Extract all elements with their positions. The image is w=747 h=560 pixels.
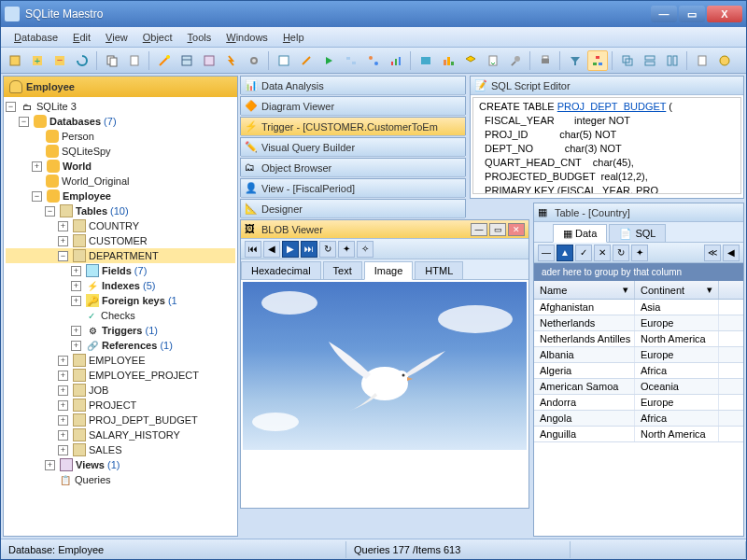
tree-db-worldorig[interactable]: World_Original <box>6 174 235 189</box>
sql-header[interactable]: 📝SQL Script Editor <box>471 77 743 95</box>
tnav-star[interactable]: ✦ <box>631 245 648 261</box>
tb-hierarchy[interactable] <box>587 50 608 71</box>
sql-content[interactable]: CREATE TABLE PROJ_DEPT_BUDGET ( FISCAL_Y… <box>472 97 741 194</box>
tb-edit[interactable] <box>296 50 317 71</box>
panel-designer[interactable]: 📐Designer <box>240 199 466 217</box>
tab-data[interactable]: ▦ Data <box>553 224 607 243</box>
tree-tbl-pdb[interactable]: +PROJ_DEPT_BUDGET <box>6 413 235 427</box>
table-row[interactable]: NetherlandsEurope <box>534 315 743 331</box>
blob-max[interactable]: ▭ <box>489 223 506 236</box>
tree-tbl-department[interactable]: −DEPARTMENT <box>6 248 235 263</box>
table-row[interactable]: AlbaniaEurope <box>534 347 743 363</box>
menu-windows[interactable]: Windows <box>220 30 274 45</box>
tb-settings[interactable] <box>692 50 712 71</box>
tree-tbl-sales[interactable]: +SALES <box>6 442 235 457</box>
titlebar[interactable]: SQLite Maestro — ▭ X <box>1 1 746 27</box>
nav-first[interactable]: ⏮ <box>245 241 261 258</box>
tb-tools[interactable] <box>505 50 526 71</box>
tree-fields[interactable]: +Fields (7) <box>6 263 235 278</box>
tb-cube[interactable] <box>460 50 481 71</box>
tnav-cancel[interactable]: ✕ <box>594 245 611 261</box>
tb-remove[interactable]: − <box>49 50 70 71</box>
menu-help[interactable]: Help <box>277 30 310 45</box>
panel-view[interactable]: 👤View - [FiscalPeriod] <box>240 178 466 197</box>
tb-extract[interactable] <box>483 50 503 71</box>
tb-blob[interactable] <box>416 50 436 71</box>
tree-tbl-customer[interactable]: +CUSTOMER <box>6 233 235 248</box>
tree-root[interactable]: −🗀SQLite 3 <box>6 99 235 114</box>
tb-analysis[interactable] <box>386 50 406 71</box>
nav-next[interactable]: ▶ <box>282 241 299 258</box>
tree-views[interactable]: +Views (1) <box>6 457 235 472</box>
tab-text[interactable]: Text <box>323 261 362 279</box>
tnav-up[interactable]: ▲ <box>557 245 573 261</box>
panel-trigger[interactable]: ⚡Trigger - [CUSTOMER.CustomerToEm <box>240 117 466 135</box>
close-button[interactable]: X <box>707 6 742 22</box>
tb-wizard[interactable] <box>154 50 175 71</box>
nav-prev[interactable]: ◀ <box>263 241 280 258</box>
table-header[interactable]: ▦Table - [Country] <box>534 203 743 222</box>
menu-edit[interactable]: Edit <box>67 30 96 45</box>
table-row[interactable]: Netherlands AntillesNorth America <box>534 331 743 347</box>
tb-table[interactable] <box>176 50 197 71</box>
table-row[interactable]: AlgeriaAfrica <box>534 363 743 379</box>
table-row[interactable]: AngolaAfrica <box>534 411 743 427</box>
tree-indexes[interactable]: +⚡Indexes (5) <box>6 278 235 293</box>
tb-view[interactable] <box>199 50 219 71</box>
tb-options[interactable] <box>714 50 735 71</box>
nav-del[interactable]: ✧ <box>357 241 374 258</box>
nav-last[interactable]: ⏭ <box>301 241 317 258</box>
tree-db-person[interactable]: Person <box>6 129 235 144</box>
blob-min[interactable]: — <box>471 223 487 236</box>
tab-html[interactable]: HTML <box>415 261 463 279</box>
tb-sql[interactable] <box>274 50 294 71</box>
tree-tables[interactable]: −Tables (10) <box>6 203 235 218</box>
menu-database[interactable]: Database <box>8 30 63 45</box>
tnav-edit[interactable]: — <box>538 245 555 261</box>
tree-tbl-project[interactable]: +PROJECT <box>6 398 235 413</box>
table-row[interactable]: American SamoaOceania <box>534 379 743 395</box>
nav-refresh[interactable]: ↻ <box>319 241 336 258</box>
data-grid[interactable]: Name▾ Continent▾ AfghanistanAsiaNetherla… <box>534 281 743 442</box>
tnav-refresh[interactable]: ↻ <box>613 245 629 261</box>
tb-filter[interactable] <box>565 50 585 71</box>
panel-analysis[interactable]: 📊Data Analysis <box>240 76 466 94</box>
tb-new[interactable] <box>5 50 25 71</box>
tree-fkeys[interactable]: +🔑Foreign keys (1 <box>6 293 235 308</box>
nav-add[interactable]: ✦ <box>338 241 355 258</box>
tree-tbl-employee[interactable]: +EMPLOYEE <box>6 353 235 368</box>
tree-db-world[interactable]: +World <box>6 159 235 174</box>
col-continent[interactable]: Continent▾ <box>635 281 719 299</box>
group-hint[interactable]: ader here to group by that column <box>534 263 743 281</box>
tree-triggers[interactable]: +⚙Triggers (1) <box>6 323 235 338</box>
tb-chart[interactable] <box>438 50 458 71</box>
menu-tools[interactable]: Tools <box>182 30 218 45</box>
tb-cascade[interactable] <box>617 50 638 71</box>
tree-tbl-job[interactable]: +JOB <box>6 383 235 398</box>
tree-refs[interactable]: +🔗References (1) <box>6 338 235 353</box>
tb-vqb[interactable] <box>341 50 361 71</box>
tnav-first[interactable]: ≪ <box>704 245 721 261</box>
tb-tile-v[interactable] <box>662 50 683 71</box>
tb-gear[interactable] <box>244 50 264 71</box>
menu-object[interactable]: Object <box>137 30 178 45</box>
tnav-ok[interactable]: ✓ <box>575 245 592 261</box>
table-row[interactable]: AnguillaNorth America <box>534 427 743 442</box>
tab-image[interactable]: Image <box>364 261 414 280</box>
tb-print[interactable] <box>535 50 556 71</box>
tb-copy[interactable] <box>102 50 122 71</box>
tb-exec[interactable] <box>318 50 339 71</box>
blob-header[interactable]: 🖼BLOB Viewer — ▭ ✕ <box>241 220 529 239</box>
tree-tbl-country[interactable]: +COUNTRY <box>6 218 235 233</box>
blob-close[interactable]: ✕ <box>508 223 525 236</box>
table-row[interactable]: AfghanistanAsia <box>534 300 743 315</box>
minimize-button[interactable]: — <box>651 6 677 22</box>
tb-refresh[interactable] <box>72 50 92 71</box>
panel-diagram[interactable]: 🔶Diagram Viewer <box>240 96 466 115</box>
tree-queries[interactable]: 📋Queries <box>6 472 235 487</box>
tb-script[interactable] <box>124 50 145 71</box>
panel-vqb[interactable]: ✏️Visual Query Builder <box>240 137 466 156</box>
col-name[interactable]: Name▾ <box>534 281 635 299</box>
tb-tile-h[interactable] <box>640 50 660 71</box>
tree-databases[interactable]: −Databases (7) <box>6 114 235 129</box>
